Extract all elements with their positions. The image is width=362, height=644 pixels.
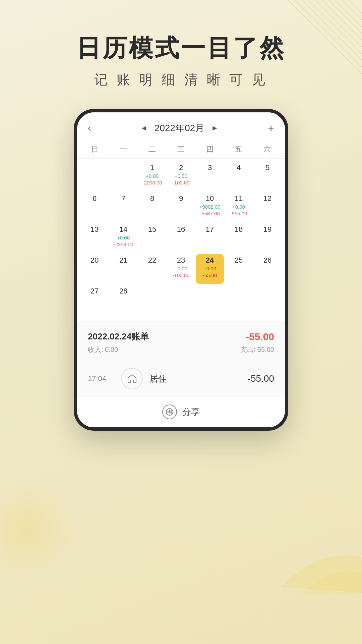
calendar-cell[interactable]: 4 xyxy=(225,161,253,192)
calendar-cell[interactable]: 7 xyxy=(109,192,137,222)
calendar-cell[interactable]: 28 xyxy=(109,285,137,315)
calendar-cell[interactable]: 5 xyxy=(253,161,282,192)
bill-header: 2022.02.24账单 -55.00 xyxy=(88,331,274,342)
cal-day-number: 2 xyxy=(179,163,183,172)
cal-day-number: 3 xyxy=(208,163,212,172)
calendar-cell[interactable]: 22 xyxy=(138,254,166,284)
cal-day-number: 15 xyxy=(148,225,156,234)
calendar-cell[interactable]: 23+0.00-100.00 xyxy=(167,254,195,284)
cal-day-number: 19 xyxy=(263,225,272,234)
calendar-cell[interactable]: 17 xyxy=(196,223,224,253)
bill-divider xyxy=(77,361,285,361)
cal-day-number: 14 xyxy=(119,225,127,234)
calendar-cell[interactable]: 24+0.00-55.00 xyxy=(196,254,224,284)
cal-expense: -100.00 xyxy=(173,179,190,186)
cal-day-number: 25 xyxy=(235,256,243,265)
cal-day-number: 20 xyxy=(90,256,99,265)
bill-category-name: 居住 xyxy=(149,373,241,385)
hero-title: 日历模式一目了然 xyxy=(0,34,362,62)
cal-day-number: 16 xyxy=(177,225,185,234)
calendar-cell[interactable]: 2+0.00-100.00 xyxy=(167,161,195,192)
calendar-header: ‹ ◄ 2022年02月 ► + xyxy=(77,112,285,140)
calendar-cell xyxy=(196,285,224,315)
calendar-cell[interactable]: 8 xyxy=(138,192,166,222)
phone-content: ‹ ◄ 2022年02月 ► + 日 一 二 三 四 五 六 1+0.00- xyxy=(77,112,285,427)
cal-day-number: 17 xyxy=(206,225,214,234)
calendar-cell[interactable]: 9 xyxy=(167,192,195,222)
calendar-cell[interactable]: 27 xyxy=(80,285,109,315)
svg-point-11 xyxy=(171,410,172,412)
svg-point-12 xyxy=(167,411,169,413)
cal-income: +0.00 xyxy=(175,265,187,272)
bill-item[interactable]: 17:04 居住 -55.00 xyxy=(88,368,274,389)
cal-day-number: 28 xyxy=(119,287,127,296)
calendar-cell[interactable]: 26 xyxy=(253,254,282,284)
month-label: 2022年02月 xyxy=(155,122,204,135)
cal-day-number: 27 xyxy=(90,287,99,296)
bill-expense: 支出: 55.00 xyxy=(240,345,274,354)
cal-expense: -555.00 xyxy=(230,210,247,217)
phone-mockup: ‹ ◄ 2022年02月 ► + 日 一 二 三 四 五 六 1+0.00- xyxy=(74,109,288,431)
phone-wrapper: ‹ ◄ 2022年02月 ► + 日 一 二 三 四 五 六 1+0.00- xyxy=(0,109,362,431)
cal-day-number: 8 xyxy=(150,194,154,203)
cal-day-number: 26 xyxy=(263,256,272,265)
deco-blob-right xyxy=(268,493,362,594)
cal-day-number: 6 xyxy=(93,194,97,203)
bill-amount: -55.00 xyxy=(248,373,274,384)
cal-expense: -2000.00 xyxy=(142,179,162,186)
cal-day-number: 18 xyxy=(235,225,243,234)
calendar-cell[interactable]: 25 xyxy=(225,254,253,284)
calendar-cell[interactable]: 14+0.00-2359.00 xyxy=(109,223,137,253)
cal-day-number: 22 xyxy=(148,256,156,265)
calendar-cell xyxy=(138,285,166,315)
share-bar[interactable]: 分享 xyxy=(77,396,285,427)
calendar-cell[interactable]: 18 xyxy=(225,223,253,253)
bill-income: 收入: 0.00 xyxy=(88,345,118,354)
add-button[interactable]: + xyxy=(268,122,274,135)
calendar-cell[interactable]: 19 xyxy=(253,223,282,253)
weekday-fri: 五 xyxy=(224,144,253,154)
svg-point-13 xyxy=(171,412,172,414)
cal-day-number: 5 xyxy=(265,163,269,172)
bill-date: 2022.02.24账单 xyxy=(88,331,149,342)
calendar-cell[interactable]: 21 xyxy=(109,254,137,284)
back-button[interactable]: ‹ xyxy=(88,123,91,133)
calendar-weekdays: 日 一 二 三 四 五 六 xyxy=(77,140,285,159)
calendar-cell[interactable]: 1+0.00-2000.00 xyxy=(138,161,166,192)
cal-income: +0.00 xyxy=(117,234,130,241)
calendar-cell[interactable]: 15 xyxy=(138,223,166,253)
month-next-button[interactable]: ► xyxy=(211,124,219,132)
weekday-thu: 四 xyxy=(195,144,224,154)
weekday-tue: 二 xyxy=(138,144,167,154)
deco-blob-left xyxy=(0,483,74,577)
calendar-cell[interactable]: 10+9002.00-5587.00 xyxy=(196,192,224,222)
calendar-cell[interactable]: 11+0.00-555.00 xyxy=(225,192,253,222)
hero-section: 日历模式一目了然 记 账 明 细 清 晰 可 见 xyxy=(0,0,362,109)
month-prev-button[interactable]: ◄ xyxy=(140,124,148,132)
calendar-cell[interactable]: 13 xyxy=(80,223,109,253)
calendar-cell xyxy=(80,161,109,192)
cal-day-number: 7 xyxy=(121,194,125,203)
calendar-cell[interactable]: 3 xyxy=(196,161,224,192)
bill-total: -55.00 xyxy=(246,331,274,342)
calendar-cell[interactable]: 12 xyxy=(253,192,282,222)
cal-day-number: 21 xyxy=(119,256,127,265)
cal-expense: -100.00 xyxy=(173,272,190,279)
share-label: 分享 xyxy=(182,406,200,418)
cal-day-number: 4 xyxy=(237,163,241,172)
weekday-mon: 一 xyxy=(109,144,138,154)
weekday-sat: 六 xyxy=(253,144,282,154)
weekday-wed: 三 xyxy=(167,144,195,154)
svg-line-14 xyxy=(169,411,171,412)
calendar-grid: 1+0.00-2000.002+0.00-100.00345678910+900… xyxy=(77,159,285,318)
svg-line-15 xyxy=(169,412,171,413)
calendar-cell[interactable]: 20 xyxy=(80,254,109,284)
calendar-cell[interactable]: 6 xyxy=(80,192,109,222)
cal-day-number: 13 xyxy=(90,225,99,234)
weekday-sun: 日 xyxy=(80,144,109,154)
calendar-cell xyxy=(253,285,282,315)
cal-expense: -2359.00 xyxy=(113,241,133,248)
bill-category-icon xyxy=(121,368,143,389)
calendar-cell[interactable]: 16 xyxy=(167,223,195,253)
cal-income: +0.00 xyxy=(203,265,216,272)
